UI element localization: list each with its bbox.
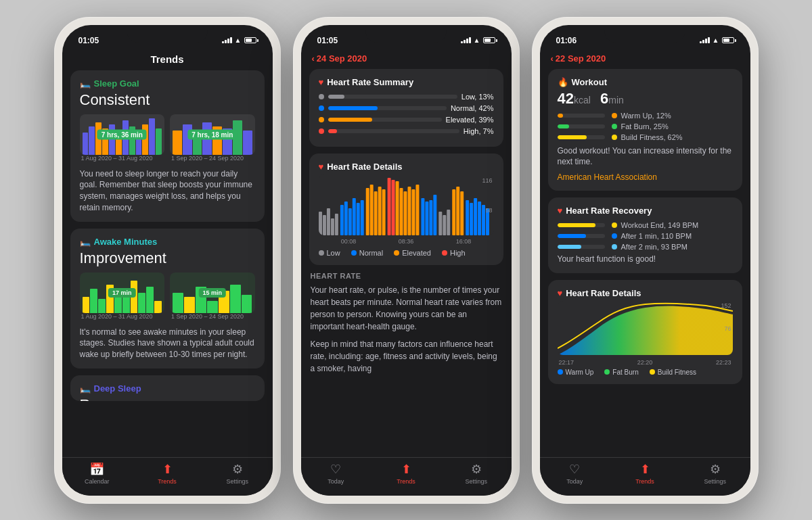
- svg-rect-16: [387, 178, 390, 235]
- tab-trends[interactable]: ⬆ Trends: [132, 462, 202, 485]
- phones-container: 01:05 ▲ Trends: [41, 3, 772, 517]
- today-icon-2: ♡: [330, 462, 341, 477]
- calendar-icon: 📅: [89, 462, 104, 477]
- phone-3-time: 01:06: [556, 36, 577, 45]
- tab-settings-2[interactable]: ⚙ Settings: [441, 462, 512, 485]
- phone-1-tab-bar: 📅 Calendar ⬆ Trends ⚙ Settings: [62, 457, 273, 496]
- sleep-charts: 7 hrs, 36 min 1 Aug 2020 – 31 Aug 2020: [80, 114, 255, 164]
- workout-title: 🔥 Workout: [558, 77, 733, 87]
- svg-rect-21: [407, 187, 411, 235]
- phone-2-notch: [365, 25, 447, 43]
- hr-label-high: High, 7%: [464, 127, 494, 135]
- tab-settings[interactable]: ⚙ Settings: [202, 462, 273, 485]
- hr-row-normal: Normal, 42%: [319, 104, 494, 112]
- trends-label-3: Trends: [635, 478, 654, 485]
- workout-row-fitness: Build Fitness, 62%: [558, 133, 733, 141]
- signal-bar-2: [225, 40, 227, 43]
- awake-chart-1-wrap: 17 min 1 Aug 2020 – 31 Aug 2020: [80, 273, 165, 323]
- phone-3-tab-bar: ♡ Today ⬆ Trends ⚙ Settings: [540, 457, 750, 496]
- svg-rect-2: [326, 208, 330, 235]
- tab-settings-3[interactable]: ⚙ Settings: [680, 462, 750, 485]
- svg-rect-4: [334, 214, 338, 235]
- workout-row-fatburn: Fat Burn, 25%: [558, 122, 733, 131]
- hr-recovery-note: Your heart function is good!: [558, 254, 733, 265]
- battery-2: [483, 37, 495, 43]
- awake-chart-2-dates: 1 Sep 2020 – 24 Sep 2020: [170, 313, 255, 320]
- hr-chart-times: 00:08 08:36 16:08: [319, 238, 494, 245]
- phone-2-status-icons: ▲: [461, 37, 495, 44]
- legend-elevated: Elevated: [394, 249, 431, 257]
- hr-recovery-title: ♥ Heart Rate Recovery: [558, 206, 733, 216]
- hr-bar-normal-container: [328, 106, 447, 110]
- svg-rect-13: [374, 191, 377, 235]
- settings-icon-3: ⚙: [710, 462, 721, 477]
- sleep-goal-text: You need to sleep longer to reach your d…: [80, 168, 255, 214]
- hr-bar-low-container: [328, 95, 457, 99]
- deep-sleep-title: 🛏️ Deep Sleep: [80, 383, 255, 394]
- hr-summary-card: ♥ Heart Rate Summary Low, 13%: [309, 69, 503, 147]
- svg-rect-38: [482, 205, 485, 235]
- hr-details-title-3: ♥ Heart Rate Details: [558, 288, 733, 298]
- svg-rect-34: [466, 200, 469, 235]
- back-button-2[interactable]: ‹ 24 Sep 2020: [312, 53, 367, 64]
- aha-link[interactable]: American Heart Association: [558, 172, 657, 182]
- sleep-goal-card: 🛏️ Sleep Goal Consistent: [70, 70, 265, 222]
- sleep-chart-1: 7 hrs, 36 min: [80, 114, 165, 155]
- area-legend-warmup: Warm Up: [558, 369, 594, 376]
- heart-icon-1: ♥: [319, 77, 324, 87]
- back-button-3[interactable]: ‹ 22 Sep 2020: [551, 53, 606, 64]
- today-icon-3: ♡: [569, 462, 580, 477]
- svg-rect-36: [474, 198, 477, 235]
- settings-tab-label: Settings: [226, 478, 248, 485]
- svg-rect-28: [438, 212, 442, 235]
- hr-dot-high: [319, 128, 324, 134]
- hr-recovery-label-1min: After 1 min, 110 BPM: [621, 232, 692, 240]
- sleep-chart-1-wrap: 7 hrs, 36 min 1 Aug 2020 – 31 Aug 2020: [80, 114, 165, 164]
- legend-normal: Normal: [351, 249, 383, 257]
- svg-rect-20: [403, 191, 407, 235]
- tab-trends-3[interactable]: ⬆ Trends: [610, 462, 680, 485]
- workout-label-fatburn: Fat Burn, 25%: [621, 122, 669, 131]
- awake-chart-2-label: 15 min: [198, 288, 226, 298]
- hr-bar-high: [328, 129, 338, 133]
- hr-bar-elevated: [328, 118, 373, 122]
- svg-rect-25: [425, 202, 428, 235]
- phone-1-screen: 01:05 ▲ Trends: [62, 25, 273, 496]
- phone-1-scroll[interactable]: 🛏️ Sleep Goal Consistent: [62, 70, 273, 457]
- phone-3-scroll[interactable]: 🔥 Workout 42kcal 6min Warm Up, 12%: [540, 69, 750, 457]
- hr-recovery-label-end: Workout End, 149 BPM: [621, 221, 699, 229]
- hr-legend: Low Normal Elevated High: [319, 249, 494, 257]
- deep-sleep-card: 🛏️ Deep Sleep R...: [70, 375, 265, 401]
- sleep-chart-2-label: 7 hrs, 18 min: [187, 129, 237, 139]
- tab-trends-2[interactable]: ⬆ Trends: [371, 462, 441, 485]
- hr-recovery-row-end: Workout End, 149 BPM: [558, 221, 733, 229]
- svg-rect-15: [382, 189, 385, 235]
- phone-2-scroll[interactable]: ♥ Heart Rate Summary Low, 13%: [301, 69, 512, 457]
- workout-card: 🔥 Workout 42kcal 6min Warm Up, 12%: [548, 69, 742, 191]
- hr-area-times: 22:17 22:20 22:23: [558, 359, 733, 366]
- hr-label-elevated: Elevated, 39%: [446, 116, 494, 124]
- sleep-chart-2-wrap: 7 hrs, 18 min 1 Sep 2020 – 24 Sep 2020: [170, 114, 255, 164]
- hr-row-low: Low, 13%: [319, 93, 494, 101]
- tab-today-3[interactable]: ♡ Today: [540, 462, 610, 485]
- svg-rect-24: [421, 198, 424, 235]
- tab-today-2[interactable]: ♡ Today: [301, 462, 371, 485]
- phone-3-header: ‹ 22 Sep 2020: [540, 51, 750, 69]
- trends-tab-label: Trends: [158, 478, 177, 485]
- phone-2-header: ‹ 24 Sep 2020: [301, 51, 512, 69]
- hr-area-y-max: 152: [721, 302, 731, 309]
- hr-row-elevated: Elevated, 39%: [319, 116, 494, 124]
- svg-rect-14: [378, 187, 381, 235]
- hr-summary-title: ♥ Heart Rate Summary: [319, 77, 494, 87]
- svg-rect-3: [330, 218, 334, 235]
- hr-area-y-mid: 76: [724, 325, 731, 332]
- hr-summary-rows: Low, 13% Normal, 42%: [319, 93, 494, 135]
- sleep-goal-subtitle: Consistent: [80, 91, 255, 109]
- phone-1-status-icons: ▲: [222, 37, 256, 44]
- trends-icon-2: ⬆: [401, 462, 411, 477]
- svg-rect-29: [443, 215, 446, 235]
- awake-text: It's normal to see awake minutes in your…: [80, 327, 255, 360]
- tab-calendar[interactable]: 📅 Calendar: [62, 462, 133, 485]
- phone-2-screen: 01:05 ▲ ‹ 24 Sep 2020: [301, 25, 512, 496]
- sleep-chart-2: 7 hrs, 18 min: [170, 114, 255, 155]
